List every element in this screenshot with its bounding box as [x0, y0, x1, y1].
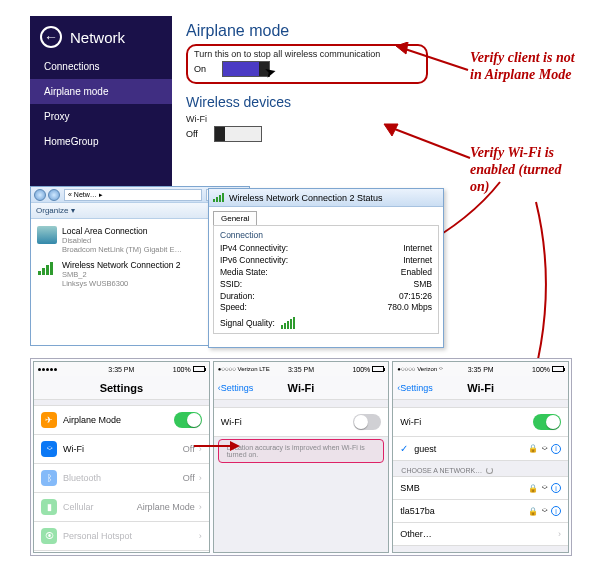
signal-bars-icon: [281, 317, 295, 329]
ios-wifi-off: ●○○○○ Verizon LTE 3:35 PM 100% ‹ Setting…: [213, 361, 390, 553]
wireless-heading: Wireless devices: [186, 94, 428, 110]
svg-marker-15: [230, 441, 240, 451]
airplane-desc: Turn this on to stop all wireless commun…: [194, 49, 420, 59]
sidebar-item-homegroup[interactable]: HomeGroup: [30, 129, 172, 154]
lan-icon: [37, 226, 57, 244]
wifi-toggle[interactable]: [214, 126, 262, 142]
info-icon[interactable]: i: [551, 483, 561, 493]
wifi-status-icon: ⌔: [439, 366, 443, 372]
svg-rect-8: [46, 265, 49, 275]
nav-back-icon[interactable]: [34, 189, 46, 201]
svg-line-0: [402, 48, 468, 70]
cellular-icon: ▮: [41, 499, 57, 515]
sidebar-item-airplane[interactable]: Airplane mode: [30, 79, 172, 104]
info-icon[interactable]: i: [551, 506, 561, 516]
cell-wifi[interactable]: ⌔Wi-Fi Off›: [34, 434, 209, 464]
lock-icon: 🔒: [528, 484, 538, 493]
chevron-right-icon: ›: [199, 473, 202, 483]
nav-title: Wi-Fi: [467, 382, 494, 394]
airplane-state-label: On: [194, 64, 212, 74]
lock-icon: 🔒: [528, 507, 538, 516]
airplane-heading: Airplane mode: [186, 22, 428, 40]
lock-icon: 🔒: [528, 444, 538, 453]
spinner-icon: [486, 467, 493, 474]
cell-connected-network[interactable]: ✓guest 🔒⌔i: [393, 436, 568, 461]
arrow-icon: [382, 118, 474, 170]
win8-sidebar: ← Network Connections Airplane mode Prox…: [30, 16, 172, 186]
status-body: Connection IPv4 Connectivity:Internet IP…: [213, 225, 439, 334]
tab-general[interactable]: General: [213, 211, 257, 225]
svg-rect-7: [42, 268, 45, 275]
cell-vpn[interactable]: VPNVPN: [34, 550, 209, 552]
nav-title: Settings: [100, 382, 143, 394]
nav-fwd-icon[interactable]: [48, 189, 60, 201]
info-icon[interactable]: i: [551, 444, 561, 454]
bluetooth-icon: ᛒ: [41, 470, 57, 486]
wifi-bars-icon: [37, 260, 57, 278]
carrier-label: ●○○○○ Verizon LTE: [218, 366, 270, 372]
annotation-airplane: Verify client is not in Airplane Mode: [470, 50, 580, 84]
wnc-status-dialog: Wireless Network Connection 2 Status Gen…: [208, 188, 444, 348]
cell-airplane[interactable]: ✈Airplane Mode: [34, 405, 209, 435]
chevron-right-icon: ›: [558, 529, 561, 539]
wifi-state-label: Off: [186, 129, 204, 139]
win8-network-panel: ← Network Connections Airplane mode Prox…: [30, 16, 438, 186]
ios-screens: 3:35 PM 100% Settings ✈Airplane Mode ⌔Wi…: [30, 358, 572, 556]
carrier-label: ●○○○○ Verizon ⌔: [397, 366, 442, 372]
cell-bluetooth[interactable]: ᛒBluetooth Off›: [34, 463, 209, 493]
signal-icon: [213, 192, 225, 204]
win8-title: Network: [70, 29, 125, 46]
svg-rect-13: [222, 193, 224, 202]
address-bar[interactable]: « Netw… ▸: [64, 189, 202, 201]
back-button[interactable]: ‹ Settings: [218, 383, 254, 393]
airplane-toggle[interactable]: [174, 412, 202, 428]
cursor-icon: ➤: [263, 63, 279, 82]
nav-title: Wi-Fi: [288, 382, 315, 394]
cell-wifi-switch[interactable]: Wi-Fi: [393, 407, 568, 437]
back-button[interactable]: ‹ Settings: [397, 383, 433, 393]
svg-rect-6: [38, 271, 41, 275]
wifi-toggle[interactable]: [533, 414, 561, 430]
cell-cellular: ▮Cellular Airplane Mode›: [34, 492, 209, 522]
signal-dots-icon: [38, 368, 57, 371]
arrow-icon: [396, 42, 472, 76]
hotspot-icon: ⦿: [41, 528, 57, 544]
chevron-right-icon: ›: [199, 531, 202, 541]
cell-wifi-switch[interactable]: Wi-Fi: [214, 407, 389, 437]
ios-settings: 3:35 PM 100% Settings ✈Airplane Mode ⌔Wi…: [33, 361, 210, 553]
svg-rect-11: [216, 197, 218, 202]
sidebar-item-connections[interactable]: Connections: [30, 54, 172, 79]
wifi-toggle[interactable]: [353, 414, 381, 430]
svg-line-2: [392, 128, 470, 158]
chevron-right-icon: ›: [199, 502, 202, 512]
network-row[interactable]: tla517ba 🔒⌔i: [393, 499, 568, 523]
sidebar-item-proxy[interactable]: Proxy: [30, 104, 172, 129]
status-titlebar: Wireless Network Connection 2 Status: [209, 189, 443, 207]
wifi-icon: ⌔: [542, 444, 547, 454]
svg-rect-10: [213, 199, 215, 202]
wifi-icon: ⌔: [542, 506, 547, 516]
ios-wifi-on: ●○○○○ Verizon ⌔ 3:35 PM 100% ‹ Settings …: [392, 361, 569, 553]
cell-hotspot: ⦿Personal Hotspot ›: [34, 521, 209, 551]
network-row[interactable]: SMB 🔒⌔i: [393, 476, 568, 500]
choose-network-header: CHOOSE A NETWORK…: [393, 461, 568, 477]
airplane-highlight-box: Turn this on to stop all wireless commun…: [186, 44, 428, 84]
svg-marker-1: [396, 42, 408, 54]
wifi-icon: ⌔: [41, 441, 57, 457]
check-icon: ✓: [400, 443, 408, 454]
wifi-location-note: Location accuracy is improved when Wi-Fi…: [218, 439, 385, 463]
back-icon[interactable]: ←: [40, 26, 62, 48]
win8-title-row: ← Network: [30, 16, 172, 54]
airplane-icon: ✈: [41, 412, 57, 428]
arrow-icon: [192, 438, 240, 454]
network-other[interactable]: Other… ›: [393, 522, 568, 546]
svg-rect-9: [50, 262, 53, 275]
svg-rect-12: [219, 195, 221, 202]
airplane-toggle[interactable]: ➤: [222, 61, 270, 77]
wifi-icon: ⌔: [542, 483, 547, 493]
